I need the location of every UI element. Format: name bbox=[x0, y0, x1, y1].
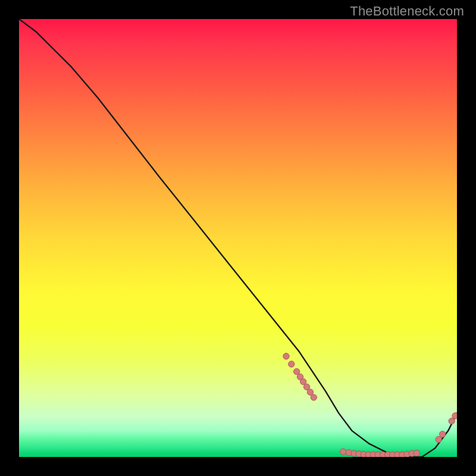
data-point bbox=[311, 394, 317, 400]
watermark-text: TheBottleneck.com bbox=[350, 4, 464, 19]
plot-area bbox=[19, 19, 457, 457]
data-point bbox=[283, 353, 289, 359]
data-point bbox=[449, 418, 455, 424]
curve-group bbox=[19, 19, 457, 457]
data-point bbox=[414, 450, 419, 456]
data-point bbox=[440, 431, 446, 437]
data-point bbox=[293, 368, 299, 374]
data-point bbox=[340, 449, 346, 455]
chart-overlay-svg bbox=[19, 19, 457, 457]
data-point bbox=[307, 389, 313, 395]
data-point bbox=[452, 413, 457, 419]
figure-root: TheBottleneck.com bbox=[0, 0, 476, 476]
data-point bbox=[300, 378, 306, 384]
bottleneck-curve-path bbox=[19, 19, 457, 457]
data-point bbox=[289, 361, 295, 367]
data-point bbox=[436, 436, 441, 442]
data-point bbox=[303, 384, 309, 390]
points-group bbox=[283, 353, 457, 457]
